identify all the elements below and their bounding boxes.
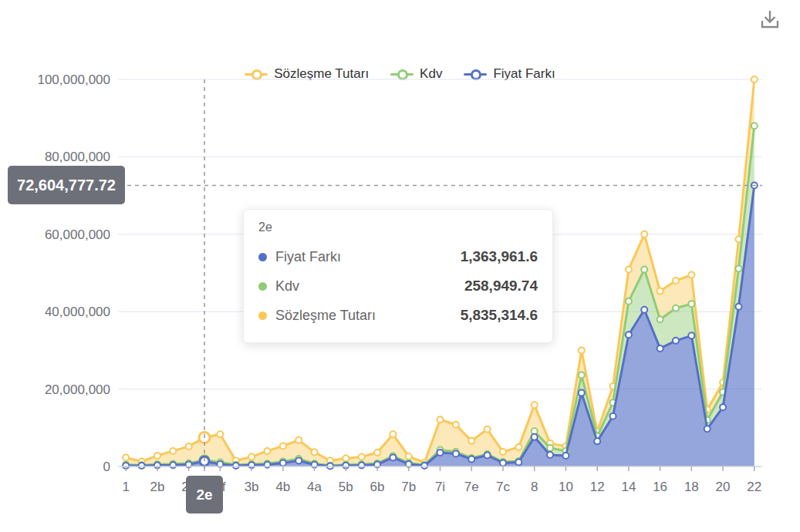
- x-axis-label: 20: [716, 480, 731, 494]
- data-point[interactable]: [673, 305, 679, 311]
- tooltip: 2e Fiyat Farkı 1,363,961.6 Kdv 258,949.7…: [243, 209, 553, 343]
- x-axis-label: 12: [590, 480, 605, 494]
- data-point[interactable]: [359, 453, 365, 460]
- y-axis-label: 0: [103, 460, 110, 474]
- data-point[interactable]: [295, 437, 302, 443]
- x-axis-label: 2b: [150, 480, 164, 494]
- chart-panel: Sözleşme Tutarı Kdv Fiyat Farkı 12b2d2e2…: [0, 0, 800, 532]
- data-point[interactable]: [312, 449, 318, 455]
- data-point[interactable]: [579, 372, 585, 379]
- data-point[interactable]: [484, 452, 491, 458]
- data-point[interactable]: [217, 431, 223, 437]
- x-axis-pointer-badge: 2e: [186, 476, 223, 513]
- x-axis-label: 6b: [370, 480, 385, 494]
- data-point[interactable]: [579, 347, 585, 353]
- x-axis-label: 7c: [496, 480, 510, 494]
- x-axis-label: 22: [747, 480, 761, 494]
- data-point[interactable]: [688, 332, 694, 338]
- data-point[interactable]: [532, 402, 538, 408]
- data-point[interactable]: [374, 450, 380, 456]
- data-point[interactable]: [248, 453, 255, 460]
- y-axis-label: 60,000,000: [45, 227, 110, 242]
- data-point[interactable]: [515, 459, 522, 465]
- data-point[interactable]: [641, 266, 647, 272]
- data-point[interactable]: [704, 426, 711, 432]
- data-point[interactable]: [641, 307, 647, 313]
- data-point[interactable]: [688, 272, 694, 278]
- data-point[interactable]: [657, 345, 663, 352]
- data-point[interactable]: [626, 298, 632, 305]
- data-point[interactable]: [437, 416, 444, 423]
- data-point[interactable]: [735, 265, 741, 271]
- data-point[interactable]: [233, 463, 239, 469]
- y-axis-label: 40,000,000: [45, 305, 110, 319]
- data-point[interactable]: [280, 460, 286, 466]
- series-dot-icon: [258, 311, 267, 320]
- tooltip-title: 2e: [258, 221, 538, 234]
- x-axis-label: 4b: [275, 480, 290, 494]
- series-dot-icon: [258, 282, 267, 291]
- data-point[interactable]: [453, 422, 459, 428]
- data-point[interactable]: [280, 443, 286, 449]
- x-axis-label: 7e: [464, 480, 479, 494]
- data-point[interactable]: [720, 404, 726, 410]
- data-point[interactable]: [468, 456, 474, 462]
- data-point[interactable]: [295, 457, 302, 463]
- y-axis-label: 100,000,000: [37, 72, 110, 87]
- data-point[interactable]: [626, 332, 632, 338]
- data-point[interactable]: [626, 266, 632, 272]
- data-point[interactable]: [610, 413, 616, 419]
- data-point[interactable]: [562, 453, 569, 459]
- data-point[interactable]: [751, 123, 758, 129]
- data-point[interactable]: [484, 426, 491, 433]
- data-point[interactable]: [735, 304, 741, 310]
- data-point[interactable]: [139, 463, 145, 469]
- data-point[interactable]: [170, 462, 176, 468]
- data-point[interactable]: [468, 438, 474, 444]
- data-point[interactable]: [657, 288, 663, 295]
- x-axis-label: 4a: [307, 480, 322, 494]
- data-point[interactable]: [751, 76, 758, 82]
- data-point[interactable]: [343, 455, 349, 461]
- x-axis-label: 5b: [339, 480, 353, 494]
- x-axis-label: 7b: [401, 480, 416, 494]
- x-axis-label: 1: [122, 480, 129, 494]
- data-point[interactable]: [657, 316, 663, 322]
- data-point[interactable]: [547, 452, 553, 458]
- data-point[interactable]: [437, 450, 444, 456]
- y-axis-label: 80,000,000: [45, 150, 110, 164]
- y-axis-label: 20,000,000: [45, 382, 110, 397]
- tooltip-row: Sözleşme Tutarı 5,835,314.6: [258, 301, 538, 330]
- data-point[interactable]: [390, 431, 396, 437]
- x-axis-label: 3b: [245, 480, 259, 494]
- data-point[interactable]: [532, 434, 538, 440]
- x-axis-label: 8: [531, 480, 538, 494]
- data-point[interactable]: [547, 445, 553, 451]
- tooltip-row: Fiyat Farkı 1,363,961.6: [258, 242, 538, 271]
- y-axis: 020,000,00040,000,00060,000,00080,000,00…: [37, 72, 110, 474]
- x-axis-label: 16: [653, 480, 667, 494]
- x-axis-label: 14: [621, 480, 636, 494]
- data-point[interactable]: [359, 462, 365, 468]
- data-point[interactable]: [453, 450, 459, 456]
- data-point[interactable]: [515, 444, 522, 450]
- data-point[interactable]: [641, 231, 647, 237]
- tooltip-row: Kdv 258,949.74: [258, 271, 538, 301]
- data-point[interactable]: [170, 448, 176, 454]
- data-point[interactable]: [186, 443, 192, 450]
- data-point[interactable]: [673, 338, 679, 344]
- data-point[interactable]: [500, 460, 506, 466]
- x-axis-label: 7i: [435, 480, 445, 494]
- data-point[interactable]: [264, 448, 270, 454]
- data-point[interactable]: [123, 454, 129, 460]
- data-point[interactable]: [594, 438, 600, 444]
- x-axis-label: 10: [559, 480, 573, 494]
- data-point[interactable]: [688, 301, 694, 307]
- data-point[interactable]: [154, 453, 160, 459]
- data-point[interactable]: [406, 453, 412, 460]
- data-point[interactable]: [500, 449, 506, 455]
- data-point[interactable]: [390, 454, 396, 460]
- data-point[interactable]: [421, 463, 427, 469]
- data-point[interactable]: [673, 278, 679, 284]
- data-point[interactable]: [579, 390, 585, 396]
